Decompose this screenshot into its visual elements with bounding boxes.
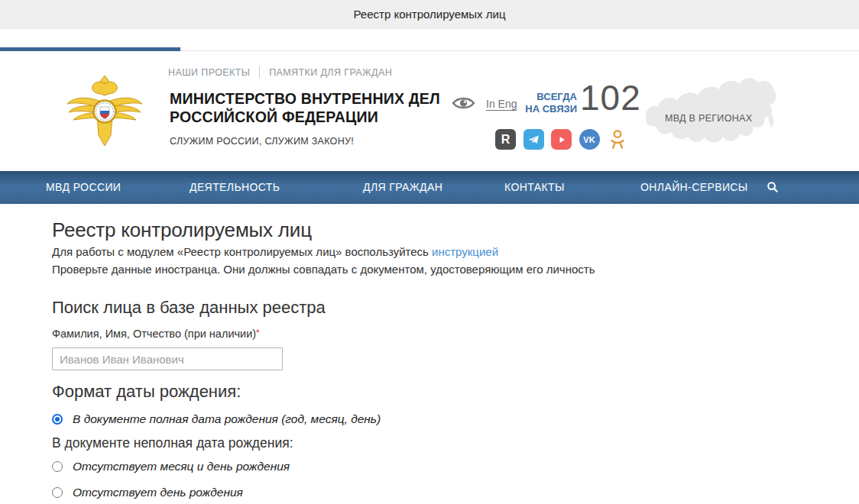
radio-full-date[interactable] <box>52 414 63 425</box>
always-line1: ВСЕГДА <box>517 91 577 103</box>
nav-search-button[interactable] <box>767 181 779 196</box>
intro-line2: Проверьте данные иностранца. Они должны … <box>52 263 595 276</box>
header-links: НАШИ ПРОЕКТЫ ПАМЯТКИ ДЛЯ ГРАЖДАН <box>168 66 392 78</box>
radio-row-full-date: В документе полная дата рождения (год, м… <box>52 412 381 426</box>
page: Реестр контролируемых лиц <box>0 0 859 504</box>
partial-date-title: В документе неполная дата рождения: <box>52 435 293 451</box>
ministry-title: МИНИСТЕРСТВО ВНУТРЕННИХ ДЕЛ РОССИЙСКОЙ Ф… <box>170 89 440 126</box>
social-links: R VK <box>495 129 627 150</box>
intro-prefix: Для работы с модулем «Реестр контролируе… <box>52 245 432 258</box>
paper-plane-icon <box>527 133 540 146</box>
nav-item-online-servisy[interactable]: ОНЛАЙН-СЕРВИСЫ <box>640 171 748 204</box>
radio-no-month-day-label[interactable]: Отсутствует месяц и день рождения <box>73 460 290 473</box>
search-icon <box>767 181 779 193</box>
nav-item-mvd-rossii[interactable]: МВД РОССИИ <box>46 171 121 204</box>
emergency-number: 102 <box>580 77 641 118</box>
always-in-touch-label: ВСЕГДА НА СВЯЗИ <box>517 91 577 115</box>
eagle-icon <box>66 73 144 159</box>
page-title: Реестр контролируемых лиц <box>52 218 312 242</box>
radio-no-day[interactable] <box>52 487 63 498</box>
always-line2: НА СВЯЗИ <box>517 103 577 115</box>
telegram-icon[interactable] <box>524 129 544 150</box>
main-nav: МВД РОССИИ ДЕЯТЕЛЬНОСТЬ ДЛЯ ГРАЖДАН КОНТ… <box>0 171 859 204</box>
dob-format-title: Формат даты рождения: <box>52 382 241 402</box>
radio-row-no-day: Отсутствует день рождения <box>52 486 243 499</box>
rutube-icon[interactable]: R <box>495 129 516 150</box>
instruction-link[interactable]: инструкцией <box>432 245 498 258</box>
play-icon <box>556 134 567 145</box>
name-label-text: Фамилия, Имя, Отчество (при наличии) <box>52 328 256 340</box>
odnoklassniki-icon[interactable] <box>607 129 627 150</box>
ministry-title-line2: РОССИЙСКОЙ ФЕДЕРАЦИИ <box>170 108 440 126</box>
intro-line1: Для работы с модулем «Реестр контролируе… <box>52 245 498 258</box>
eye-icon <box>452 95 475 111</box>
top-banner-title: Реестр контролируемых лиц <box>0 0 859 29</box>
language-switch-link[interactable]: In Eng <box>486 98 517 110</box>
ministry-slogan: СЛУЖИМ РОССИИ, СЛУЖИМ ЗАКОНУ! <box>170 136 354 147</box>
required-asterisk: * <box>256 328 260 338</box>
header-links-separator <box>259 66 260 78</box>
header-link-projects[interactable]: НАШИ ПРОЕКТЫ <box>168 67 250 78</box>
header-link-memos[interactable]: ПАМЯТКИ ДЛЯ ГРАЖДАН <box>269 67 392 78</box>
radio-no-month-day[interactable] <box>52 461 63 472</box>
accessibility-eye-button[interactable] <box>452 95 475 114</box>
mvd-emblem-logo[interactable] <box>66 73 144 162</box>
vk-icon[interactable]: VK <box>579 129 600 150</box>
nav-item-deyatelnost[interactable]: ДЕЯТЕЛЬНОСТЬ <box>190 171 280 204</box>
mvd-regions-label: МВД В РЕГИОНАХ <box>665 113 752 124</box>
radio-full-date-label[interactable]: В документе полная дата рождения (год, м… <box>73 412 381 426</box>
youtube-icon[interactable] <box>551 129 572 150</box>
ok-person-icon <box>609 129 626 150</box>
site-header: НАШИ ПРОЕКТЫ ПАМЯТКИ ДЛЯ ГРАЖДАН МИНИСТЕ… <box>0 51 859 171</box>
mvd-regions-map[interactable]: МВД В РЕГИОНАХ <box>642 70 778 159</box>
radio-row-no-month-day: Отсутствует месяц и день рождения <box>52 460 290 473</box>
nav-item-kontakty[interactable]: КОНТАКТЫ <box>504 171 565 204</box>
ministry-title-line1: МИНИСТЕРСТВО ВНУТРЕННИХ ДЕЛ <box>170 89 440 108</box>
radio-no-day-label[interactable]: Отсутствует день рождения <box>73 486 243 499</box>
name-field-label: Фамилия, Имя, Отчество (при наличии)* <box>52 328 260 340</box>
full-name-input[interactable] <box>52 347 283 370</box>
nav-item-dlya-grazhdan[interactable]: ДЛЯ ГРАЖДАН <box>363 171 442 204</box>
search-section-title: Поиск лица в базе данных реестра <box>52 298 326 318</box>
